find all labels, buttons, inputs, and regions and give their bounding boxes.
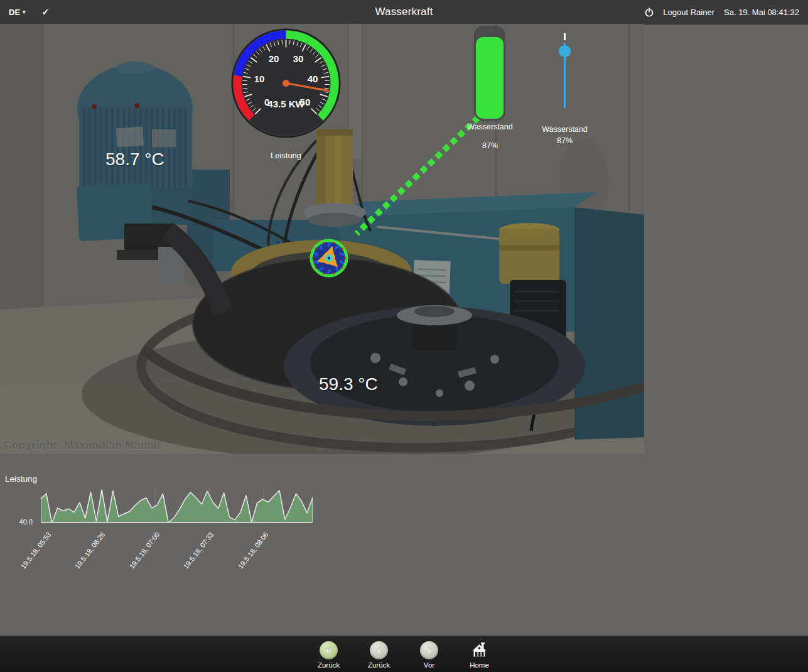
clock: Sa. 19. Mai 08:41:32 <box>724 8 799 17</box>
nav-home-button[interactable]: Home <box>463 641 496 669</box>
power-icon[interactable] <box>645 8 654 17</box>
chart-x-tick-label: 19.5.18, 07:00 <box>128 531 161 570</box>
chart-x-tick-label: 19.5.18, 06:26 <box>73 531 107 570</box>
temperature-motor: 58.7 °C <box>105 149 164 170</box>
svg-text:40: 40 <box>308 73 318 84</box>
svg-text:10: 10 <box>254 73 265 84</box>
slider-label: Wasserstand <box>529 125 601 134</box>
power-history-chart <box>41 487 313 523</box>
double-chevron-left-icon: « <box>326 644 331 655</box>
chart-y-tick-label: 40.0 <box>10 518 33 526</box>
svg-text:30: 30 <box>293 53 304 64</box>
temperature-bearing: 59.3 °C <box>319 374 378 394</box>
nav-back-fast-button[interactable]: « Zurück <box>313 641 345 669</box>
turbine-gear-icon[interactable] <box>310 239 348 278</box>
chart-x-tick-label: 19.5.18, 08:06 <box>237 531 270 570</box>
chevron-right-icon: › <box>428 644 431 655</box>
chevron-left-icon: ‹ <box>377 644 381 655</box>
tank-percent: 87% <box>454 141 526 150</box>
machine-photo-stage: WATEC Hydro <box>0 24 644 454</box>
app-root: DE ▾ ✓ Wasserkraft Logout Rainer Sa. 19.… <box>0 0 808 672</box>
power-gauge: 01020304050 43.5 KW <box>231 28 341 138</box>
home-icon <box>471 641 488 659</box>
gauge-value: 43.5 KW <box>267 99 304 109</box>
nav-back-button[interactable]: ‹ Zurück <box>363 641 396 669</box>
slider-max-tick <box>564 33 566 40</box>
logout-button[interactable]: Logout Rainer <box>663 8 714 17</box>
bottom-nav-bar: « Zurück ‹ Zurück › Vor <box>0 636 808 672</box>
gauge-label: Leistung <box>231 151 341 160</box>
water-level-fill <box>476 37 504 119</box>
top-bar: DE ▾ ✓ Wasserkraft Logout Rainer Sa. 19.… <box>0 0 808 24</box>
nav-forward-button[interactable]: › Vor <box>413 641 446 669</box>
tank-label: Wasserstand <box>454 122 526 131</box>
chart-x-tick-label: 19.5.18, 07:33 <box>182 531 215 570</box>
slider-percent: 87% <box>529 136 601 145</box>
chart-x-tick-label: 19.5.18, 05:53 <box>19 531 53 570</box>
photo-watermark: Copyright: Maximilian Manall <box>4 440 160 452</box>
slider-handle[interactable] <box>559 45 571 57</box>
svg-text:20: 20 <box>269 53 279 64</box>
chart-title: Leistung <box>5 474 37 484</box>
water-level-tank <box>474 26 505 121</box>
